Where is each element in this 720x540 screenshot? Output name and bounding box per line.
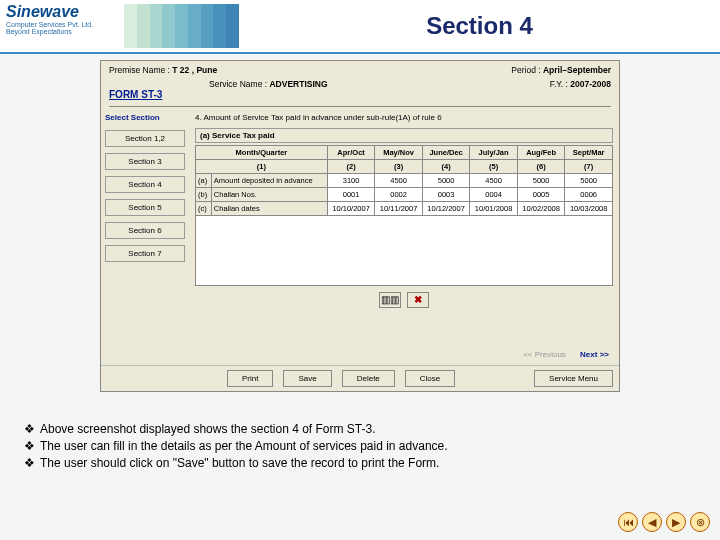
logo: Sinewave Computer Services Pvt. Ltd. Bey… (0, 0, 120, 53)
section-heading: 4. Amount of Service Tax paid in advance… (195, 113, 613, 122)
slide-nav: ⏮ ◀ ▶ ⊗ (618, 512, 710, 532)
content-area: 4. Amount of Service Tax paid in advance… (189, 109, 619, 344)
logo-sub1: Computer Services Pvt. Ltd. (6, 21, 114, 28)
section-1-2-button[interactable]: Section 1,2 (105, 130, 185, 147)
col-apr: Apr/Oct (327, 146, 375, 160)
premise-value: T 22 , Pune (172, 65, 217, 75)
col-sep: Sept/Mar (565, 146, 613, 160)
service-value: ADVERTISING (269, 79, 327, 89)
col-jun: June/Dec (422, 146, 470, 160)
tax-grid: Month/Quarter Apr/Oct May/Nov June/Dec J… (195, 145, 613, 216)
slide-header: Sinewave Computer Services Pvt. Ltd. Bey… (0, 0, 720, 54)
period-label: Period : (511, 65, 540, 75)
col-jul: July/Jan (470, 146, 518, 160)
nav-next-icon[interactable]: ▶ (666, 512, 686, 532)
next-link[interactable]: Next >> (580, 350, 609, 359)
service-label: Service Name : (209, 79, 267, 89)
section-6-button[interactable]: Section 6 (105, 222, 185, 239)
nav-first-icon[interactable]: ⏮ (618, 512, 638, 532)
note-2: The user can fill in the details as per … (40, 439, 448, 453)
col-month: Month/Quarter (196, 146, 328, 160)
row-challan-nos: (b) Challan Nos. 0001 0002 0003 0004 000… (196, 188, 613, 202)
delete-button[interactable]: Delete (342, 370, 395, 387)
toolbar-delete-icon[interactable]: ✖ (407, 292, 429, 308)
note-3: The user should click on "Save" button t… (40, 456, 439, 470)
nav-prev-icon[interactable]: ◀ (642, 512, 662, 532)
nav-close-icon[interactable]: ⊗ (690, 512, 710, 532)
period-value: April–September (543, 65, 611, 75)
print-button[interactable]: Print (227, 370, 273, 387)
col-aug: Aug/Feb (517, 146, 565, 160)
logo-title: Sinewave (6, 3, 114, 21)
note-1: Above screenshot displayed shows the sec… (40, 422, 376, 436)
close-button[interactable]: Close (405, 370, 455, 387)
premise-label: Premise Name : (109, 65, 170, 75)
section-sidebar: Select Section Section 1,2 Section 3 Sec… (101, 109, 189, 344)
section-3-button[interactable]: Section 3 (105, 153, 185, 170)
toolbar-icon-1[interactable]: ▥▥ (379, 292, 401, 308)
row-challan-dates: (c) Challan dates 10/10/2007 10/11/2007 … (196, 202, 613, 216)
grid-empty-area (195, 216, 613, 286)
col-may: May/Nov (375, 146, 423, 160)
mini-toolbar: ▥▥ ✖ (195, 286, 613, 314)
slide-notes: ❖Above screenshot displayed shows the se… (24, 422, 696, 470)
section-7-button[interactable]: Section 7 (105, 245, 185, 262)
section-5-button[interactable]: Section 5 (105, 199, 185, 216)
subsection-a: (a) Service Tax paid (195, 128, 613, 143)
app-window: Premise Name : T 22 , Pune Period : Apri… (100, 60, 620, 392)
bottom-toolbar: Print Save Delete Close Service Menu (101, 365, 619, 391)
form-title: FORM ST-3 (101, 89, 170, 104)
slide-title: Section 4 (239, 12, 720, 40)
stripe-decor (124, 4, 239, 48)
row-amount: (a) Amount deposited in advance 3100 450… (196, 174, 613, 188)
save-button[interactable]: Save (283, 370, 331, 387)
logo-sub2: Beyond Expectations (6, 28, 114, 35)
section-4-button[interactable]: Section 4 (105, 176, 185, 193)
pager: << Previous Next >> (101, 344, 619, 365)
fy-label: F.Y. : (550, 79, 568, 89)
fy-value: 2007-2008 (570, 79, 611, 89)
grid-header-months: Month/Quarter Apr/Oct May/Nov June/Dec J… (196, 146, 613, 160)
service-menu-button[interactable]: Service Menu (534, 370, 613, 387)
select-section-label: Select Section (105, 113, 185, 122)
grid-header-nums: (1) (2) (3) (4) (5) (6) (7) (196, 160, 613, 174)
prev-link: << Previous (523, 350, 566, 359)
